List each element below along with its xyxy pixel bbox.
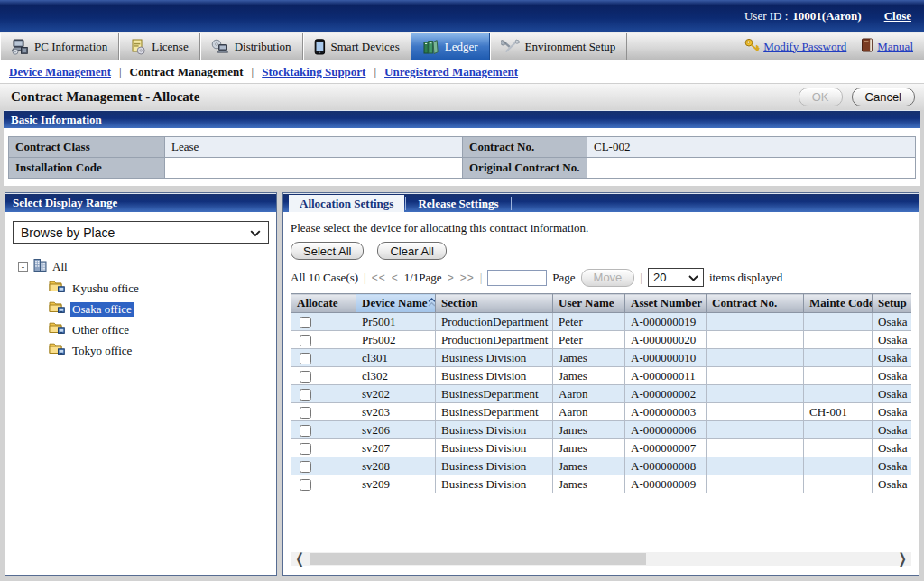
next-page-button[interactable]: >	[448, 272, 455, 284]
tree-item-other-office[interactable]: Other office	[49, 321, 269, 338]
items-per-page-select[interactable]: 20	[648, 268, 704, 287]
allocate-cell	[291, 439, 356, 457]
page-number-input[interactable]	[487, 270, 547, 286]
column-header-mainte-code[interactable]: Mainte Code	[804, 294, 873, 313]
cell-asset-number: A-000000006	[625, 421, 707, 439]
select-all-button[interactable]: Select All	[291, 242, 364, 260]
scroll-left-icon[interactable]: ❮	[291, 550, 309, 567]
tree-item-label: Kyushu office	[70, 281, 141, 296]
cell-asset-number: A-000000007	[625, 439, 707, 457]
cell-device-name: sv209	[356, 475, 436, 493]
cell-device-name: sv208	[356, 457, 436, 475]
nav-link-label: Manual	[877, 40, 913, 54]
column-header-label: Device Name	[362, 296, 428, 310]
nav-tab-environment-setup[interactable]: Environment Setup	[490, 33, 628, 60]
tab-separator	[511, 197, 512, 210]
prev-page-button[interactable]: <	[392, 272, 399, 284]
column-header-device-name[interactable]: Device Name	[356, 294, 436, 313]
allocate-checkbox[interactable]	[300, 425, 311, 437]
ok-button[interactable]: OK	[799, 88, 843, 106]
instruction-text: Please select the device for allocating …	[291, 221, 911, 235]
breadcrumb-item-contract-management: Contract Management	[130, 65, 244, 79]
pagination-bar: All 10 Case(s) | << < 1/1Page > >> | Pag…	[291, 268, 911, 287]
breadcrumb-item-stocktaking-support[interactable]: Stocktaking Support	[262, 65, 365, 79]
nav-tab-license[interactable]: License	[119, 33, 199, 60]
allocate-checkbox[interactable]	[300, 443, 311, 455]
allocate-checkbox[interactable]	[300, 353, 311, 364]
allocate-checkbox[interactable]	[300, 389, 311, 401]
close-link[interactable]: Close	[884, 9, 911, 23]
nav-tabs: PC InformationLicenseDistributionSmart D…	[0, 33, 627, 60]
table-row: Pr5002ProductionDepartmentPeterA-0000000…	[291, 331, 912, 349]
scroll-right-icon[interactable]: ❯	[893, 550, 911, 567]
tab-release-settings[interactable]: Release Settings	[407, 195, 509, 212]
allocate-checkbox[interactable]	[300, 479, 311, 491]
breadcrumb-item-device-management[interactable]: Device Management	[9, 65, 111, 79]
tree-item-osaka-office[interactable]: Osaka office	[49, 300, 269, 318]
field-value	[165, 158, 463, 179]
column-header-setup[interactable]: Setup	[873, 294, 912, 313]
manual-link[interactable]: Manual	[861, 38, 913, 56]
cell-asset-number: A-000000011	[625, 367, 707, 385]
folder-icon	[49, 321, 66, 338]
browse-mode-select[interactable]: Browse by Place	[13, 221, 269, 244]
last-page-button[interactable]: >>	[460, 272, 475, 284]
modify-password-link[interactable]: Modify Password	[744, 38, 846, 55]
cell-section: Business Division	[436, 367, 553, 385]
cell-mainte-code	[804, 313, 873, 331]
cell-device-name: sv202	[356, 385, 436, 403]
cell-asset-number: A-000000003	[625, 403, 707, 421]
allocate-checkbox[interactable]	[300, 371, 311, 383]
nav-tab-smart-devices[interactable]: Smart Devices	[303, 33, 411, 60]
horizontal-scrollbar[interactable]: ❮ ❯	[291, 552, 911, 566]
table-row: cl301Business DivisionJamesA-000000010Os…	[291, 349, 912, 367]
items-per-page-value: 20	[653, 271, 666, 284]
field-value	[587, 158, 916, 179]
nav-tab-label: Smart Devices	[331, 40, 400, 54]
cell-section: Business Division	[436, 457, 553, 475]
column-header-asset-number[interactable]: Asset Number	[625, 294, 707, 313]
nav-tab-ledger[interactable]: Ledger	[411, 33, 490, 60]
allocate-checkbox[interactable]	[300, 317, 311, 328]
tree-item-tokyo-office[interactable]: Tokyo office	[49, 342, 269, 359]
table-row: sv207Business DivisionJamesA-000000007Os…	[291, 439, 912, 457]
cell-user-name: Aaron	[553, 385, 625, 403]
select-display-range-panel: Select Display Range Browse by Place -	[5, 192, 277, 576]
table-header-row: Allocate Device Name Section Us	[291, 294, 912, 313]
column-header-section[interactable]: Section	[436, 294, 553, 313]
breadcrumb-item-unregistered-management[interactable]: Unregistered Management	[384, 65, 518, 79]
clear-all-button[interactable]: Clear All	[377, 242, 446, 260]
allocate-cell	[291, 403, 356, 421]
items-displayed-label: items displayed	[709, 271, 782, 285]
allocate-checkbox[interactable]	[300, 461, 311, 473]
column-header-contract-no[interactable]: Contract No.	[707, 294, 804, 313]
column-header-allocate[interactable]: Allocate	[291, 294, 356, 313]
cell-mainte-code	[804, 475, 873, 493]
first-page-button[interactable]: <<	[372, 272, 386, 284]
tab-allocation-settings[interactable]: Allocation Settings	[289, 195, 404, 212]
tab-separator	[405, 197, 406, 210]
scrollbar-thumb[interactable]	[310, 553, 646, 565]
breadcrumb-separator: |	[119, 65, 122, 79]
ledger-icon	[422, 39, 439, 55]
cell-mainte-code	[804, 421, 873, 439]
pc-icon	[11, 39, 29, 55]
column-header-user-name[interactable]: User Name	[553, 294, 625, 313]
pagination-separator: |	[364, 271, 366, 285]
nav-tab-distribution[interactable]: Distribution	[200, 33, 303, 60]
nav-utility-links: Modify PasswordManual	[744, 33, 924, 60]
nav-tab-pc-information[interactable]: PC Information	[0, 33, 119, 60]
tree-item-kyushu-office[interactable]: Kyushu office	[49, 280, 269, 297]
move-button[interactable]: Move	[581, 269, 635, 287]
cell-contract-no	[707, 349, 804, 367]
select-display-range-header: Select Display Range	[5, 193, 276, 212]
allocate-checkbox[interactable]	[300, 335, 311, 346]
allocate-checkbox[interactable]	[300, 407, 311, 419]
tree-root-all[interactable]: -	[13, 258, 269, 275]
nav-tab-label: Distribution	[235, 40, 291, 54]
nav-tab-label: Environment Setup	[525, 40, 616, 54]
cancel-button[interactable]: Cancel	[852, 88, 915, 106]
user-id-value: 10001(Aaron)	[792, 9, 861, 23]
collapse-icon[interactable]: -	[18, 262, 28, 272]
chevron-down-icon	[688, 271, 698, 284]
